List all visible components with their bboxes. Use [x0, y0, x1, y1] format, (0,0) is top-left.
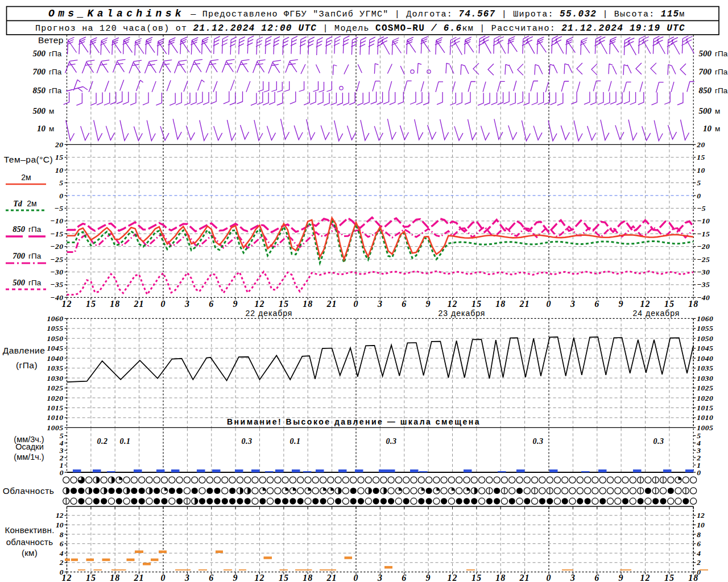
svg-text:1005: 1005: [47, 423, 64, 432]
svg-text:Осадки: Осадки: [15, 442, 44, 451]
svg-text:21: 21: [134, 573, 144, 582]
svg-text:21: 21: [326, 299, 337, 309]
svg-text:15: 15: [86, 299, 96, 309]
svg-text:21: 21: [134, 299, 144, 309]
svg-text:0.1: 0.1: [120, 437, 131, 446]
svg-text:4: 4: [696, 549, 701, 558]
svg-text:1010: 1010: [47, 413, 64, 422]
svg-text:0.3: 0.3: [653, 437, 664, 446]
svg-text:12: 12: [448, 299, 458, 309]
svg-text:м: м: [49, 124, 54, 133]
svg-text:9: 9: [233, 299, 238, 309]
svg-text:0.3: 0.3: [386, 437, 397, 446]
svg-text:0: 0: [697, 192, 701, 200]
svg-text:18: 18: [303, 299, 313, 309]
svg-text:15: 15: [664, 299, 675, 309]
svg-text:5: 5: [697, 431, 701, 440]
svg-text:24 декабря: 24 декабря: [633, 309, 680, 318]
svg-text:0: 0: [59, 192, 63, 200]
svg-text:700: 700: [33, 67, 46, 76]
svg-text:−40: −40: [697, 293, 710, 302]
svg-text:0.3: 0.3: [242, 437, 253, 446]
svg-text:−5: −5: [55, 204, 64, 213]
svg-text:21: 21: [519, 299, 530, 309]
svg-text:1060: 1060: [47, 314, 64, 323]
svg-text:15: 15: [86, 573, 96, 582]
svg-text:15: 15: [471, 299, 482, 309]
svg-text:700: 700: [699, 67, 712, 76]
svg-text:18: 18: [110, 573, 120, 582]
svg-text:2м: 2м: [21, 173, 31, 182]
svg-text:гПа: гПа: [715, 68, 728, 76]
svg-text:1035: 1035: [697, 364, 713, 372]
svg-text:1060: 1060: [697, 314, 713, 323]
svg-text:18: 18: [495, 573, 506, 582]
svg-text:12: 12: [448, 573, 458, 582]
svg-text:2: 2: [696, 558, 701, 567]
svg-text:1020: 1020: [697, 394, 713, 402]
svg-text:1025: 1025: [47, 384, 64, 392]
svg-text:Ветер: Ветер: [38, 35, 64, 45]
svg-text:1045: 1045: [697, 344, 713, 352]
svg-text:1: 1: [60, 461, 64, 469]
svg-text:18: 18: [110, 299, 120, 309]
svg-text:0: 0: [697, 468, 701, 477]
svg-text:12: 12: [255, 573, 265, 582]
svg-text:гПа: гПа: [28, 278, 42, 287]
svg-text:0: 0: [354, 573, 359, 582]
svg-text:18: 18: [495, 299, 506, 309]
svg-text:3: 3: [377, 299, 383, 309]
svg-text:500: 500: [699, 49, 712, 58]
svg-text:1050: 1050: [697, 334, 713, 343]
svg-text:−10: −10: [50, 217, 63, 225]
svg-text:1035: 1035: [47, 364, 64, 372]
svg-text:15: 15: [471, 573, 482, 582]
svg-text:0: 0: [547, 573, 552, 582]
svg-text:850: 850: [699, 86, 712, 95]
svg-text:1050: 1050: [47, 334, 64, 343]
svg-text:м: м: [49, 107, 54, 115]
svg-text:9: 9: [426, 299, 431, 309]
svg-text:8: 8: [697, 530, 701, 539]
svg-text:−35: −35: [697, 280, 710, 289]
svg-text:9: 9: [426, 573, 431, 582]
svg-text:гПа: гПа: [49, 86, 62, 95]
svg-text:Td: Td: [13, 199, 23, 208]
svg-text:1045: 1045: [47, 344, 64, 352]
svg-text:15: 15: [279, 299, 289, 309]
svg-text:15: 15: [697, 153, 705, 161]
svg-text:1040: 1040: [47, 354, 64, 363]
svg-text:20: 20: [696, 140, 705, 149]
svg-text:−30: −30: [697, 268, 710, 276]
svg-text:0: 0: [161, 573, 166, 582]
svg-text:3: 3: [184, 299, 190, 309]
svg-text:6: 6: [594, 573, 599, 582]
svg-text:м: м: [715, 124, 720, 133]
svg-text:12: 12: [640, 573, 651, 582]
svg-text:3: 3: [570, 299, 576, 309]
svg-text:12: 12: [62, 299, 72, 309]
svg-text:2: 2: [59, 454, 64, 462]
svg-text:1030: 1030: [697, 374, 713, 383]
svg-text:6: 6: [402, 299, 407, 309]
svg-text:12: 12: [62, 573, 72, 582]
svg-text:−35: −35: [50, 280, 63, 289]
svg-text:1040: 1040: [697, 354, 713, 363]
svg-text:Внимание! Высокое давление — ш: Внимание! Высокое давление — шкала смеще…: [227, 417, 481, 426]
svg-text:15: 15: [55, 153, 64, 161]
svg-text:−10: −10: [697, 217, 710, 225]
svg-text:гПа: гПа: [715, 49, 728, 58]
svg-text:15: 15: [664, 573, 675, 582]
svg-text:20: 20: [55, 140, 64, 149]
svg-text:1030: 1030: [47, 374, 64, 383]
svg-text:3: 3: [696, 446, 701, 455]
svg-text:−25: −25: [697, 255, 710, 264]
svg-text:850: 850: [33, 86, 46, 95]
svg-text:гПа: гПа: [28, 225, 42, 234]
svg-text:12: 12: [697, 511, 705, 519]
svg-text:гПа: гПа: [49, 49, 62, 58]
svg-text:850: 850: [13, 225, 25, 234]
svg-text:4: 4: [59, 549, 64, 558]
svg-text:2: 2: [696, 454, 701, 462]
svg-text:−15: −15: [697, 230, 710, 238]
